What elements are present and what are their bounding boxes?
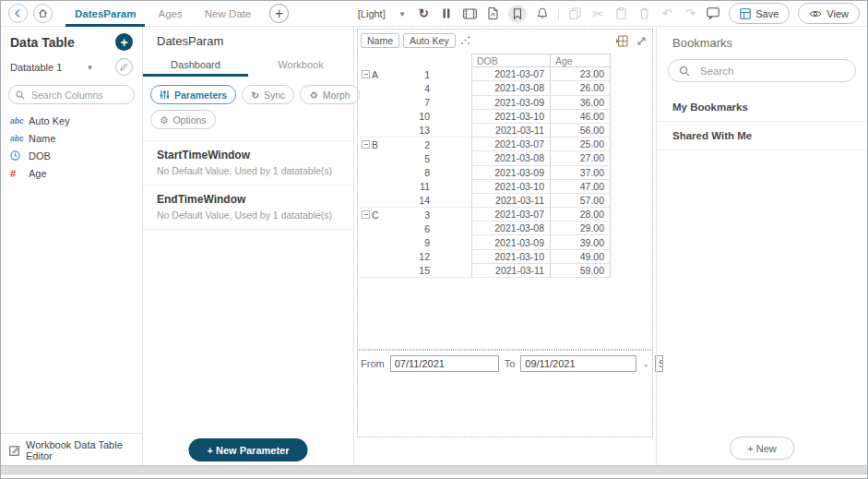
table-row[interactable]: C32021-03-0728.00 [360,208,611,222]
age-cell: 46.00 [550,110,611,124]
toolbar-actions: [Light] ▾ ↻ ✂ [358,3,860,24]
workbook-editor-label: Workbook Data Table Editor [26,439,134,461]
alerts-button[interactable] [535,6,550,22]
bookmarks-search-box[interactable] [668,59,856,82]
edit-table-icon [9,445,20,456]
tab-dashboard[interactable]: Dashboard [143,54,248,77]
tab-datesparam[interactable]: DatesParam [64,1,147,27]
bookmarks-section-shared-with-me[interactable]: Shared With Me [657,122,867,150]
breakdown-icon[interactable] [459,35,471,46]
dob-cell: 2021-03-07 [471,138,550,151]
parameter-starttimewindow[interactable]: StartTimeWindowNo Default Value, Used by… [143,141,353,186]
table-row[interactable]: 72021-03-0936.00 [360,96,611,110]
chip-auto-key[interactable]: Auto Key [403,33,456,48]
table-row[interactable]: 52021-03-0827.00 [360,151,611,165]
save-icon [740,8,751,19]
table-row[interactable]: 122021-03-1049.00 [360,250,611,264]
copy-button[interactable] [567,6,582,22]
table-row[interactable]: A12021-03-0723.00 [360,67,611,81]
pdf-export-button[interactable] [485,6,500,22]
sync-button-label: Sync [264,90,285,101]
table-row[interactable]: 152021-03-1159.00 [360,264,611,278]
add-dashboard-button[interactable]: + [269,4,289,23]
tab-new-date[interactable]: New Date [194,1,263,27]
export-icon[interactable] [615,35,628,47]
search-columns-box[interactable] [8,85,135,104]
column-header-dob[interactable]: DOB [471,54,550,67]
pause-button[interactable] [439,6,454,22]
back-button[interactable] [8,4,28,23]
to-date-input[interactable] [520,355,636,372]
undo-button[interactable]: ↶ [660,6,674,22]
age-cell: 49.00 [550,250,611,264]
collapse-group-icon[interactable] [362,140,370,149]
table-row[interactable]: 62021-03-0829.00 [360,222,611,235]
table-row[interactable]: 82021-03-0937.00 [360,166,611,180]
sync-button[interactable]: ↻ Sync [242,85,294,104]
column-label: Age [29,168,47,179]
new-bookmark-button[interactable]: + New [730,437,794,460]
paste-icon [616,7,626,19]
bookmarks-toggle-button[interactable] [508,5,527,23]
group-cell: B [360,138,402,151]
parameter-endtimewindow[interactable]: EndTimeWindowNo Default Value, Used by 1… [143,186,353,230]
add-data-table-button[interactable]: + [115,33,133,51]
search-icon [16,90,25,100]
table-row[interactable]: 92021-03-0939.00 [360,235,611,249]
tab-ages[interactable]: Ages [147,1,193,27]
auto-key-cell: 9 [402,235,471,249]
delete-button[interactable] [636,6,651,22]
new-parameter-button[interactable]: + New Parameter [189,438,308,461]
column-item-auto-key[interactable]: abcAuto Key [1,112,142,129]
filter-part[interactable]: From To ⌄ S [357,350,653,437]
table-row[interactable]: 112021-03-1047.00 [360,180,611,194]
table-row[interactable]: B22021-03-0725.00 [360,138,611,151]
refresh-button[interactable]: ↻ [416,6,431,22]
workbook-data-table-editor-button[interactable]: Workbook Data Table Editor [1,433,142,467]
theme-select[interactable]: [Light] ▾ [358,8,405,19]
save-button[interactable]: Save [729,3,790,24]
table-row[interactable]: 42021-03-0826.00 [360,81,611,95]
table-row[interactable]: 102021-03-1046.00 [360,110,611,124]
cut-button[interactable]: ✂ [590,6,605,22]
text-column-icon: abc [10,134,23,143]
pause-icon [443,8,450,18]
comments-button[interactable] [706,6,720,22]
auto-key-cell: 1 [402,67,471,81]
group-cell [360,151,402,165]
bookmarks-search-input[interactable] [698,65,845,78]
table-row[interactable]: 132021-03-1156.00 [360,124,611,138]
gear-icon: ⚙ [160,114,168,126]
collapse-group-icon[interactable] [362,210,370,219]
from-date-input[interactable] [390,355,499,372]
morph-button[interactable]: ♻ Morph [300,85,359,104]
tab-workbook[interactable]: Workbook [248,54,353,77]
home-button[interactable] [33,4,53,23]
dob-cell: 2021-03-07 [471,208,550,222]
view-button[interactable]: View [798,3,860,24]
horizontal-scrollbar[interactable] [1,465,867,474]
redo-button[interactable]: ↷ [683,6,697,22]
edit-data-table-button[interactable] [115,58,133,76]
maximize-icon[interactable] [636,36,647,46]
search-columns-input[interactable] [30,89,127,102]
options-button[interactable]: ⚙ Options [150,110,216,129]
chip-name[interactable]: Name [361,33,399,48]
data-table-select[interactable]: Datatable 1 ▾ [1,54,142,79]
column-item-name[interactable]: abcName [1,129,142,147]
collapse-group-icon[interactable] [362,70,370,78]
slideshow-export-button[interactable] [462,6,477,22]
chevron-down-icon[interactable]: ⌄ [642,359,649,368]
column-header-age[interactable]: Age [550,54,611,67]
cut-icon: ✂ [592,6,603,21]
age-cell: 59.00 [550,264,611,278]
table-visualization-part[interactable]: Name Auto Key DOB Age A12021-03-0723.004… [357,29,653,350]
column-item-age[interactable]: #Age [1,164,142,182]
age-cell: 39.00 [550,235,611,249]
parameters-button[interactable]: Parameters [150,85,236,104]
age-cell: 28.00 [550,208,611,222]
bookmarks-section-my-bookmarks[interactable]: My Bookmarks [657,93,867,122]
paste-button[interactable] [613,6,628,22]
table-row[interactable]: 142021-03-1157.00 [360,194,611,208]
column-item-dob[interactable]: DOB [1,147,142,164]
